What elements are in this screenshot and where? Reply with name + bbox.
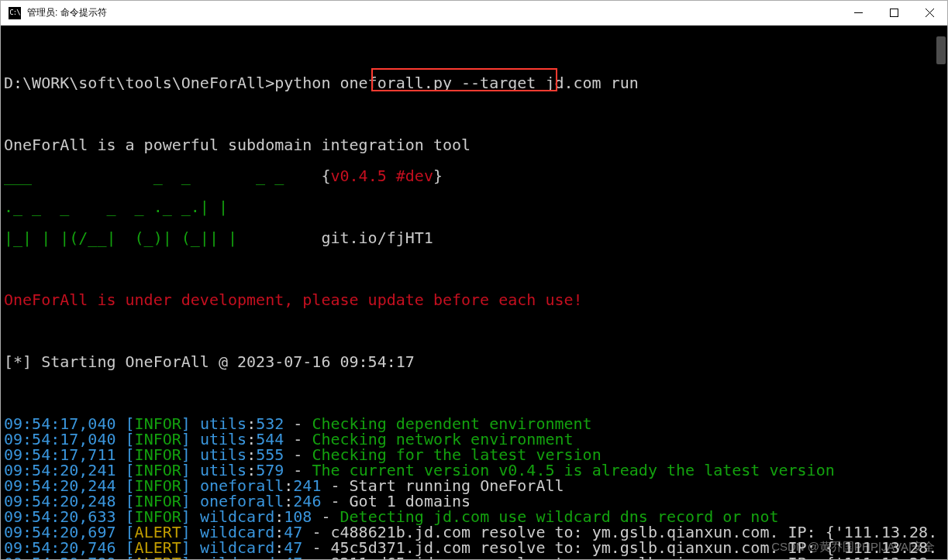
scrollbar-track[interactable]	[935, 26, 947, 559]
prompt-path: D:\WORK\soft\tools\OneForAll>	[4, 74, 274, 92]
log-lines: 09:54:17,040 [INFOR] utils:532 - Checkin…	[4, 416, 947, 559]
log-line: 09:54:20,241 [INFOR] utils:579 - The cur…	[4, 462, 947, 478]
banner-link: git.io/fjHT1	[321, 228, 433, 247]
window-buttons	[840, 1, 947, 25]
log-line: 09:54:17,040 [INFOR] utils:544 - Checkin…	[4, 431, 947, 447]
start-line: [*] Starting OneForAll @ 2023-07-16 09:5…	[4, 354, 947, 369]
dev-warning: OneForAll is under development, please u…	[4, 292, 947, 307]
cmd-exe: python oneforall.py	[274, 74, 452, 92]
log-line: 09:54:20,789 [ALERT] wildcard:47 - 8211a…	[4, 555, 947, 559]
log-line: 09:54:17,711 [INFOR] utils:555 - Checkin…	[4, 447, 947, 462]
close-button[interactable]	[912, 1, 947, 25]
log-line: 09:54:17,040 [INFOR] utils:532 - Checkin…	[4, 416, 947, 431]
scrollbar-thumb[interactable]	[936, 36, 946, 64]
svg-rect-0	[890, 9, 898, 17]
prompt-line: D:\WORK\soft\tools\OneForAll>python onef…	[4, 75, 947, 91]
window-title: 管理员: 命令提示符	[27, 6, 840, 19]
log-line: 09:54:20,633 [INFOR] wildcard:108 - Dete…	[4, 509, 947, 524]
minimize-button[interactable]	[840, 1, 876, 25]
maximize-button[interactable]	[876, 1, 912, 25]
titlebar[interactable]: C:\ 管理员: 命令提示符	[1, 1, 947, 26]
version: v0.4.5 #dev	[330, 167, 433, 185]
log-line: 09:54:20,244 [INFOR] oneforall:241 - Sta…	[4, 478, 947, 493]
watermark: CSDN @黄乔国PHP|JAVA|安全	[771, 539, 935, 555]
command-prompt-window: C:\ 管理员: 命令提示符 D:\WORK\soft\tools\OneFor…	[0, 0, 948, 560]
terminal-area[interactable]: D:\WORK\soft\tools\OneForAll>python onef…	[1, 26, 947, 559]
ascii-art: ___ _	[4, 167, 172, 185]
banner-desc: OneForAll is a powerful subdomain integr…	[4, 137, 947, 153]
log-line: 09:54:20,248 [INFOR] oneforall:246 - Got…	[4, 493, 947, 509]
cmd-args: --target jd.com run	[452, 74, 639, 92]
cmd-icon: C:\	[9, 7, 21, 19]
log-line: 09:54:20,697 [ALERT] wildcard:47 - c4886…	[4, 524, 947, 540]
